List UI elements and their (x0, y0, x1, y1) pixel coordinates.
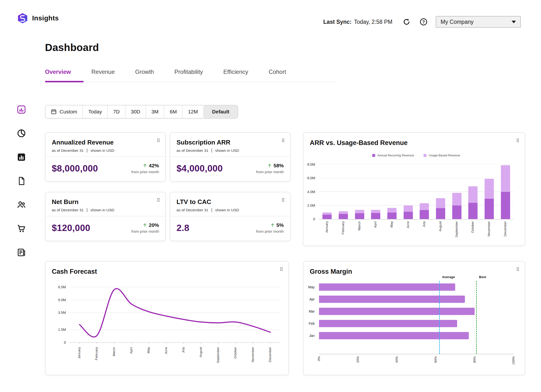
x-axis-labels: JanuaryFebruaryMarchAprilMayJuneJulyAugu… (319, 221, 514, 245)
kpi-value: $120,000 (52, 223, 90, 233)
date-range-control: Custom Today 7D 30D 3M 6M 12M Default (45, 105, 238, 119)
gm-bar (319, 332, 469, 339)
cash-forecast-line-chart (70, 287, 280, 345)
y-axis-tick-label: 0 (313, 217, 315, 221)
legend-item: Usage-Based Revenue (424, 154, 460, 157)
x-axis-month-label: July (181, 347, 185, 353)
chart-title: ARR vs. Usage-Based Revenue (310, 139, 408, 147)
bar-segment (468, 203, 478, 219)
kpi-delta-value: 58% (274, 163, 284, 169)
tab-bar: Overview Revenue Growth Profitability Ef… (45, 65, 337, 82)
tab-revenue[interactable]: Revenue (91, 65, 115, 82)
row-category-label: May (308, 285, 315, 289)
date-preset-6m[interactable]: 6M (164, 105, 182, 118)
tab-cohort[interactable]: Cohort (269, 65, 286, 82)
kpi-card-net-burn: Net Burn as of December 31 shown in USD … (45, 192, 166, 241)
up-arrow-icon (270, 223, 275, 228)
drag-handle-icon[interactable] (157, 138, 160, 143)
y-axis-tick-label: 6.0M (307, 176, 315, 180)
x-axis-tick-label: 0% (317, 356, 321, 361)
x-axis-month-label: June (164, 347, 168, 354)
drag-handle-icon[interactable] (157, 198, 160, 203)
drag-handle-icon[interactable] (516, 138, 519, 143)
bar-segment (371, 213, 380, 219)
sidebar-item-sales[interactable] (16, 223, 27, 234)
legend-label: Annual Recurring Revenue (377, 154, 414, 157)
date-preset-7d[interactable]: 7D (107, 105, 125, 118)
gridline (319, 191, 514, 192)
date-preset-12m[interactable]: 12M (182, 105, 203, 118)
kpi-unit-note: shown in USD (215, 208, 239, 212)
bar-segment (371, 210, 380, 213)
divider (87, 208, 87, 212)
y-axis-labels: 02.0M4.0M6.0M8.0M (303, 164, 317, 219)
bar-segment (501, 192, 510, 219)
date-preset-today[interactable]: Today (82, 105, 107, 118)
kpi-unit-note: shown in USD (215, 148, 239, 153)
app-name: Insights (32, 14, 59, 22)
kpi-body: 2.8 5% from prior month (177, 222, 284, 234)
gross-margin-plot: AverageBest (319, 281, 514, 354)
x-axis-month-label: August (438, 221, 442, 231)
drag-handle-icon[interactable] (282, 198, 285, 203)
arr-vs-usage-chart-card: ARR vs. Usage-Based Revenue Annual Recur… (303, 132, 525, 246)
sidebar-item-reports[interactable] (16, 176, 27, 186)
kpi-card-subscription-arr: Subscription ARR as of December 31 shown… (170, 132, 291, 182)
kpi-title: Subscription ARR (177, 139, 284, 146)
tab-overview[interactable]: Overview (45, 65, 71, 82)
row-category-label: Jan (309, 334, 315, 338)
users-icon (17, 200, 26, 210)
date-preset-30d[interactable]: 30D (125, 105, 146, 118)
x-axis-month-label: May (147, 347, 150, 353)
x-axis-month-label: September (455, 221, 458, 237)
help-button[interactable]: ? (419, 17, 428, 27)
drag-handle-icon[interactable] (280, 267, 283, 272)
refresh-button[interactable] (402, 17, 411, 27)
calendar-icon (51, 109, 57, 115)
help-icon: ? (419, 18, 428, 26)
kpi-card-annualized-revenue: Annualized Revenue as of December 31 sho… (45, 132, 166, 182)
company-selector[interactable]: My Company (436, 16, 521, 28)
reference-line (476, 281, 477, 354)
tab-profitability[interactable]: Profitability (174, 65, 203, 82)
date-custom-button[interactable]: Custom (45, 105, 82, 118)
kpi-subtitle: as of December 31 shown in USD (177, 148, 284, 153)
x-axis-month-label: July (422, 221, 426, 227)
x-axis-month-label: June (406, 221, 410, 228)
date-preset-3m[interactable]: 3M (146, 105, 164, 118)
bar-chart-icon (17, 105, 26, 114)
legend-item: Annual Recurring Revenue (372, 154, 414, 157)
tab-growth[interactable]: Growth (135, 65, 154, 82)
kpi-delta-value: 42% (149, 163, 159, 169)
legend-label: Usage-Based Revenue (429, 154, 460, 157)
gross-margin-chart-card: Gross Margin MayAprMarFebJan AverageBest… (303, 261, 525, 375)
y-axis-tick-label: 6.5M (58, 285, 66, 289)
y-axis-tick-label: 8.0M (307, 162, 315, 166)
reference-line (439, 281, 440, 354)
bar-segment (436, 208, 445, 219)
drag-handle-icon[interactable] (282, 138, 285, 143)
sidebar-item-news[interactable] (16, 247, 27, 257)
bar-segment (436, 198, 445, 208)
tab-efficiency[interactable]: Efficiency (223, 65, 248, 82)
date-default-button[interactable]: Default (203, 105, 238, 118)
x-axis-tick-label: 40% (395, 356, 399, 363)
bar-segment (420, 210, 429, 219)
row-category-label: Apr (309, 297, 315, 301)
kpi-delta-value: 5% (276, 222, 284, 228)
kpi-delta: 20% from prior month (131, 222, 159, 234)
sidebar-item-customers[interactable] (16, 200, 27, 210)
kpi-unit-note: shown in USD (90, 208, 114, 212)
x-axis-month-label: December (503, 221, 507, 236)
sidebar-item-charts[interactable] (16, 152, 27, 162)
bar-segment (355, 213, 364, 219)
reference-line-label: Average (442, 275, 455, 279)
kpi-title: LTV to CAC (177, 198, 284, 206)
sidebar-item-breakdown[interactable] (16, 128, 27, 138)
kpi-delta-caption: from prior month (256, 170, 284, 174)
bar-segment (404, 205, 413, 212)
drag-handle-icon[interactable] (516, 267, 519, 272)
sidebar-item-dashboard[interactable] (16, 104, 27, 115)
bar-segment (485, 179, 494, 199)
bar-segment (339, 214, 348, 219)
